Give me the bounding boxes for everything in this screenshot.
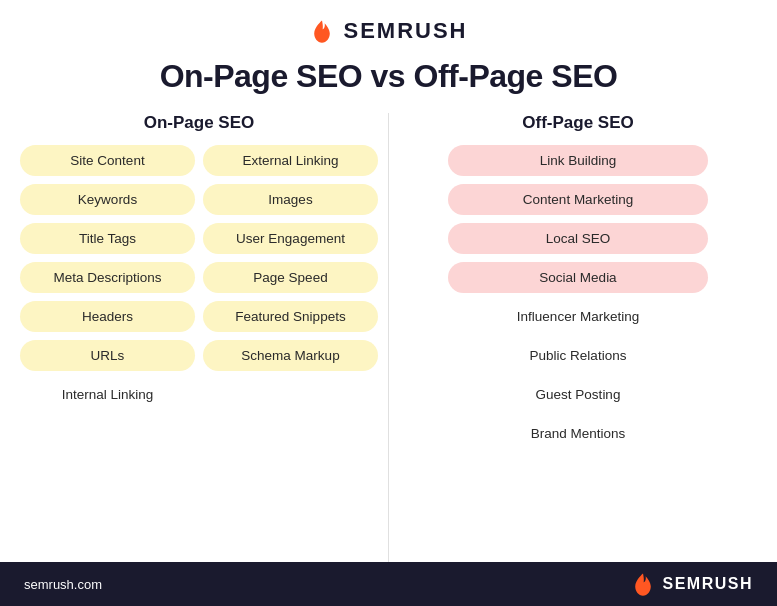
semrush-logo-icon bbox=[309, 18, 335, 44]
logo-bar: SEMRUSH bbox=[0, 0, 777, 52]
onpage-header: On-Page SEO bbox=[144, 113, 255, 133]
list-item: Featured Snippets bbox=[203, 301, 378, 332]
footer-logo-text: SEMRUSH bbox=[662, 575, 753, 593]
logo-text: SEMRUSH bbox=[343, 18, 467, 44]
list-item: Link Building bbox=[448, 145, 708, 176]
list-item: Images bbox=[203, 184, 378, 215]
list-item: Public Relations bbox=[448, 340, 708, 371]
onpage-grid: Site Content External Linking Keywords I… bbox=[20, 145, 378, 410]
list-item: Local SEO bbox=[448, 223, 708, 254]
footer-bar: semrush.com SEMRUSH bbox=[0, 562, 777, 606]
list-item: Headers bbox=[20, 301, 195, 332]
main-title: On-Page SEO vs Off-Page SEO bbox=[0, 52, 777, 113]
list-item: Page Speed bbox=[203, 262, 378, 293]
footer-logo: SEMRUSH bbox=[630, 571, 753, 597]
list-item: Keywords bbox=[20, 184, 195, 215]
list-item: Internal Linking bbox=[20, 379, 195, 410]
list-item: Title Tags bbox=[20, 223, 195, 254]
footer-url: semrush.com bbox=[24, 577, 102, 592]
footer-logo-icon bbox=[630, 571, 656, 597]
list-item: URLs bbox=[20, 340, 195, 371]
list-item: External Linking bbox=[203, 145, 378, 176]
list-item: Social Media bbox=[448, 262, 708, 293]
list-item: User Engagement bbox=[203, 223, 378, 254]
onpage-column: On-Page SEO Site Content External Linkin… bbox=[20, 113, 378, 562]
list-item: Brand Mentions bbox=[448, 418, 708, 449]
content-area: On-Page SEO Site Content External Linkin… bbox=[0, 113, 777, 562]
list-item: Meta Descriptions bbox=[20, 262, 195, 293]
list-item: Guest Posting bbox=[448, 379, 708, 410]
list-item: Content Marketing bbox=[448, 184, 708, 215]
offpage-list: Link Building Content Marketing Local SE… bbox=[448, 145, 708, 449]
list-item: Schema Markup bbox=[203, 340, 378, 371]
column-divider bbox=[388, 113, 389, 562]
list-item: Site Content bbox=[20, 145, 195, 176]
offpage-header: Off-Page SEO bbox=[522, 113, 633, 133]
list-item: Influencer Marketing bbox=[448, 301, 708, 332]
offpage-column: Off-Page SEO Link Building Content Marke… bbox=[399, 113, 757, 562]
